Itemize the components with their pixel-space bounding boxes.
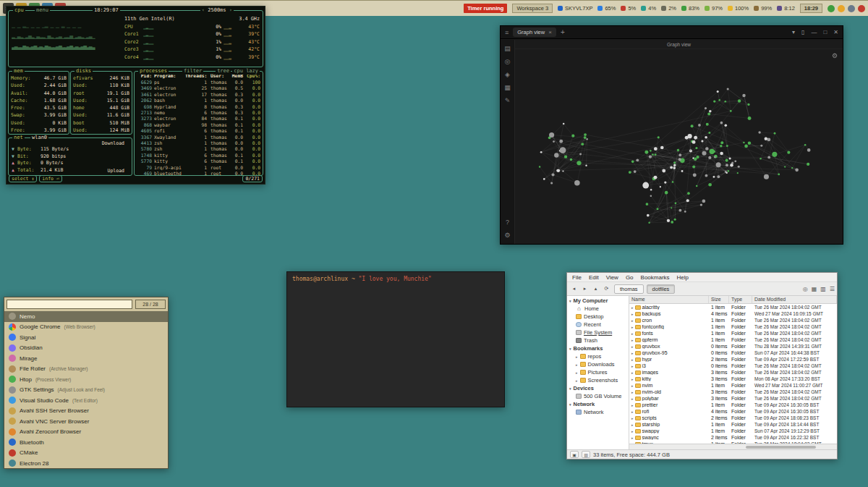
file-row-fonts[interactable]: ▸fonts1 itemFolderTue 26 Mar 2024 18:04:… [629, 330, 837, 336]
new-note-icon[interactable]: ✎ [505, 97, 511, 104]
launcher-item-cmake[interactable]: CMake [4, 448, 168, 459]
launcher-item-avahi-vnc-server-browser[interactable]: Avahi VNC Server Browser [4, 416, 168, 427]
file-row-nvim[interactable]: ▸nvim1 itemFolderWed 27 Mar 2024 11:00:2… [629, 382, 837, 389]
launcher-item-electron-28[interactable]: Electron 28 [4, 458, 168, 468]
launcher-item-google-chrome[interactable]: Google Chrome(Web Browser) [4, 322, 168, 333]
terminal-window[interactable]: thomas@archlinux ~ "I love you, Munchie" [286, 271, 505, 407]
list-view-icon[interactable]: ☰ [830, 286, 835, 292]
maximize-icon[interactable]: □ [823, 29, 827, 35]
btop-processes-title[interactable]: processes [138, 68, 169, 75]
file-row-gruvbox[interactable]: ▸gruvbox0 itemsFolderThu 28 Mar 2024 14:… [629, 343, 837, 350]
help-icon[interactable]: ? [506, 219, 509, 226]
launcher-item-avahi-ssh-server-browser[interactable]: Avahi SSH Server Browser [4, 406, 168, 417]
tab-graph-view[interactable]: Graph view × [513, 27, 556, 37]
tray-stat-memory[interactable]: 83% [681, 5, 699, 12]
process-row[interactable]: 4413zsh1thomas0.00.0 [135, 140, 263, 146]
tray-stat-disk[interactable]: 97% [705, 5, 723, 12]
btop-tab-cpu[interactable]: cpu [13, 7, 25, 14]
sidebar-item-network[interactable]: Network [567, 408, 629, 416]
sidebar-section-my-computer[interactable]: ▾My Computer [567, 297, 629, 305]
btop-mem-title[interactable]: mem [12, 68, 25, 75]
menu-help[interactable]: Help [673, 274, 692, 281]
btop-filter-button[interactable]: filter [182, 68, 203, 75]
btop-footer-key[interactable]: info ⏎ [39, 175, 61, 183]
btop-menu-button[interactable]: menu [35, 7, 50, 14]
process-row[interactable]: 3469electron25thomas0.50.0 [135, 85, 263, 91]
launcher-item-nemo[interactable]: Nemo [4, 311, 168, 322]
sidebar-item-downloads[interactable]: ▸Downloads [567, 360, 629, 368]
file-row-backups[interactable]: ▸backups4 itemsFolderWed 27 Mar 2024 16:… [629, 310, 837, 317]
process-row[interactable]: 698Hyprland8thomas0.30.0 [135, 104, 263, 110]
file-row-starship[interactable]: ▸starship1 itemFolderTue 09 Apr 2024 18:… [629, 421, 837, 428]
canvas-icon[interactable]: ▦ [504, 84, 511, 91]
files-icon[interactable]: ▤ [504, 45, 511, 52]
sidebar-item-file-system[interactable]: File System [567, 329, 629, 336]
back-button[interactable]: ◂ [569, 284, 579, 294]
btop-refresh-rate[interactable]: 2500ms [200, 7, 234, 14]
launcher-item-file-roller[interactable]: File Roller(Archive Manager) [4, 364, 168, 375]
file-row-gruvbox-95[interactable]: ▸gruvbox-950 itemsFolderSun 07 Apr 2024 … [629, 350, 837, 356]
file-row-polybar[interactable]: ▸polybar3 itemsFolderTue 26 Mar 2024 18:… [629, 395, 837, 402]
refresh-button[interactable]: ⟳ [602, 284, 611, 294]
file-row-fontconfig[interactable]: ▸fontconfig1 itemFolderTue 26 Mar 2024 1… [629, 323, 837, 330]
launcher-item-mirage[interactable]: Mirage [4, 353, 168, 364]
launcher-item-bluetooth[interactable]: Bluetooth [4, 437, 168, 448]
forward-button[interactable]: ▸ [580, 284, 590, 294]
search-input[interactable] [7, 300, 132, 309]
process-row[interactable]: 5780zsh1thomas0.00.0 [135, 146, 263, 152]
file-row-cron[interactable]: ▸cron1 itemFolderTue 26 Mar 2024 18:04:0… [629, 317, 837, 323]
chevron-down-icon[interactable]: ▾ [792, 29, 795, 35]
btop-footer-key[interactable]: select ↕ [9, 175, 37, 183]
file-row-kitty[interactable]: ▸kitty3 itemsFolderMon 08 Apr 2024 17:33… [629, 376, 837, 382]
settings-gear-icon[interactable]: ⚙ [504, 232, 510, 239]
launcher-item-htop[interactable]: Htop(Process Viewer) [4, 374, 168, 385]
tray-stat-brightness[interactable]: 99% [754, 5, 772, 12]
process-row[interactable]: 3273electron84thomas0.10.0 [135, 116, 263, 122]
sidebar-section-network[interactable]: ▾Network [567, 400, 629, 408]
sidebar-section-devices[interactable]: ▾Devices [567, 384, 629, 392]
up-button[interactable]: ▴ [591, 284, 600, 294]
updates-icon[interactable] [827, 5, 835, 12]
tray-stat-cpu[interactable]: 2% [661, 5, 676, 12]
process-row[interactable]: 5770kitty6thomas0.10.0 [135, 158, 263, 164]
file-row-gpferm[interactable]: ▸gpferm1 itemFolderTue 26 Mar 2024 18:04… [629, 336, 837, 343]
tray-stat-bluetooth[interactable]: 65% [597, 5, 616, 12]
column-header-date-modified[interactable]: Date Modified [752, 296, 837, 303]
process-row[interactable]: 1748kitty6thomas0.10.0 [135, 153, 263, 158]
tab-close-icon[interactable]: × [548, 29, 552, 35]
tray-stat-volume[interactable]: 5% [621, 5, 636, 12]
sidebar-item-desktop[interactable]: Desktop [567, 313, 629, 321]
graph-settings-gear-icon[interactable]: ⚙ [832, 52, 838, 59]
sidebar-item-recent[interactable]: Recent [567, 321, 629, 329]
treeview-toggle-icon[interactable]: ▥ [582, 451, 590, 458]
process-row[interactable]: 4605rofi6thomas0.10.0 [135, 128, 263, 134]
network-interface-name[interactable]: wlan0 [30, 135, 48, 141]
tray-stat-uptime[interactable]: 8:12 [777, 5, 795, 12]
file-row-images[interactable]: ▸images3 itemsFolderTue 26 Mar 2024 18:0… [629, 369, 837, 376]
file-row-rofi[interactable]: ▸rofi4 itemsFolderTue 09 Apr 2024 16:30:… [629, 408, 837, 415]
tray-stat-battery[interactable]: 100% [728, 5, 749, 12]
sidebar-item-trash[interactable]: Trash [567, 336, 629, 344]
menu-edit[interactable]: Edit [585, 274, 603, 281]
scrollbar-thumb[interactable] [746, 446, 817, 449]
process-row[interactable]: 3367Xwayland1thomas0.00.0 [135, 135, 263, 140]
launcher-item-gtk-settings[interactable]: GTK Settings(Adjust Look and Feel) [4, 385, 168, 396]
workspace-indicator[interactable]: Workspace 3 [512, 4, 553, 13]
launcher-item-visual-studio-code[interactable]: Visual Studio Code(Text Editor) [4, 395, 168, 406]
sidebar-item-repos[interactable]: ▸repos [567, 352, 629, 360]
btop-net-title[interactable]: net [12, 135, 25, 141]
tray-stat-microphone[interactable]: 4% [641, 5, 656, 12]
column-header-type[interactable]: Type [729, 296, 752, 303]
file-row-swappy[interactable]: ▸swappy1 itemFolderSun 07 Apr 2024 19:12… [629, 428, 837, 434]
process-row[interactable]: 2713nemo6thomas0.30.0 [135, 110, 263, 116]
search-icon[interactable]: ◎ [505, 58, 511, 65]
column-header-name[interactable]: Name [629, 296, 709, 303]
process-row[interactable]: 2062bash1thomas0.00.0 [135, 98, 263, 103]
horizontal-scrollbar[interactable] [629, 444, 837, 449]
process-row[interactable]: 3461electron17thomas0.30.0 [135, 92, 263, 98]
graph-canvas[interactable] [515, 49, 843, 244]
new-tab-button[interactable]: + [561, 29, 565, 36]
path-button-thomas[interactable]: thomas [614, 284, 644, 294]
panel-clock[interactable]: 18:29 [800, 4, 822, 13]
layout-icon[interactable]: ▯ [801, 29, 804, 35]
